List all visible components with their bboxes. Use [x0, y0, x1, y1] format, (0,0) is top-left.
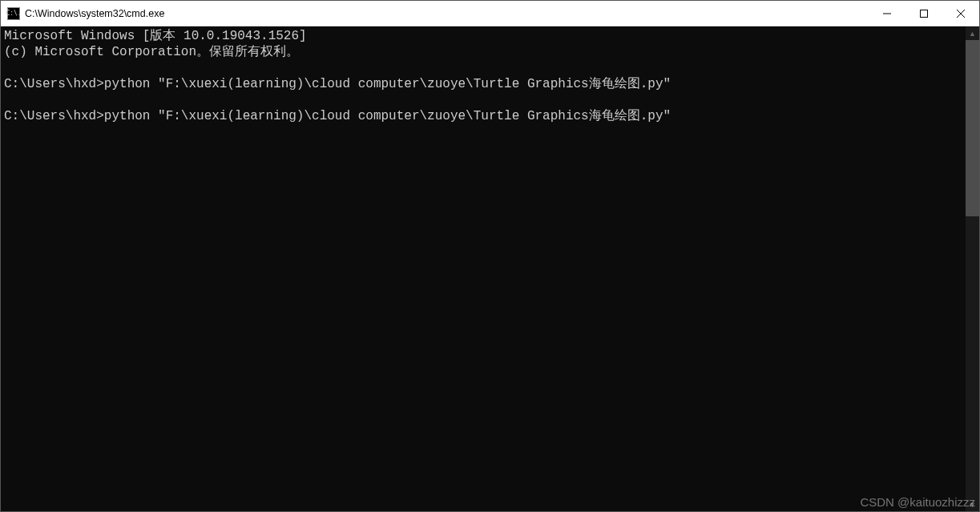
output-line: C:\Users\hxd>python "F:\xuexi(learning)\…	[4, 109, 671, 123]
close-button[interactable]	[942, 1, 979, 26]
titlebar[interactable]: C:\. C:\Windows\system32\cmd.exe	[1, 1, 979, 26]
svg-rect-1	[921, 10, 928, 17]
cmd-icon-label: C:\.	[6, 10, 21, 17]
window-title: C:\Windows\system32\cmd.exe	[25, 8, 164, 19]
output-line: C:\Users\hxd>python "F:\xuexi(learning)\…	[4, 77, 671, 91]
output-line: (c) Microsoft Corporation。保留所有权利。	[4, 45, 299, 59]
cmd-icon: C:\.	[7, 7, 20, 20]
maximize-button[interactable]	[905, 1, 942, 26]
terminal-output[interactable]: Microsoft Windows [版本 10.0.19043.1526] (…	[1, 26, 966, 511]
maximize-icon	[920, 10, 928, 18]
scroll-up-icon[interactable]: ▲	[966, 26, 979, 40]
vertical-scrollbar[interactable]: ▲ ▼	[966, 26, 979, 511]
output-line: Microsoft Windows [版本 10.0.19043.1526]	[4, 29, 307, 43]
minimize-button[interactable]	[869, 1, 905, 26]
terminal-area: Microsoft Windows [版本 10.0.19043.1526] (…	[1, 26, 979, 511]
minimize-icon	[883, 10, 891, 18]
scroll-down-icon[interactable]: ▼	[966, 498, 979, 511]
scrollbar-thumb[interactable]	[966, 40, 979, 216]
close-icon	[957, 10, 965, 18]
cmd-window: C:\. C:\Windows\system32\cmd.exe Microso…	[0, 0, 980, 512]
